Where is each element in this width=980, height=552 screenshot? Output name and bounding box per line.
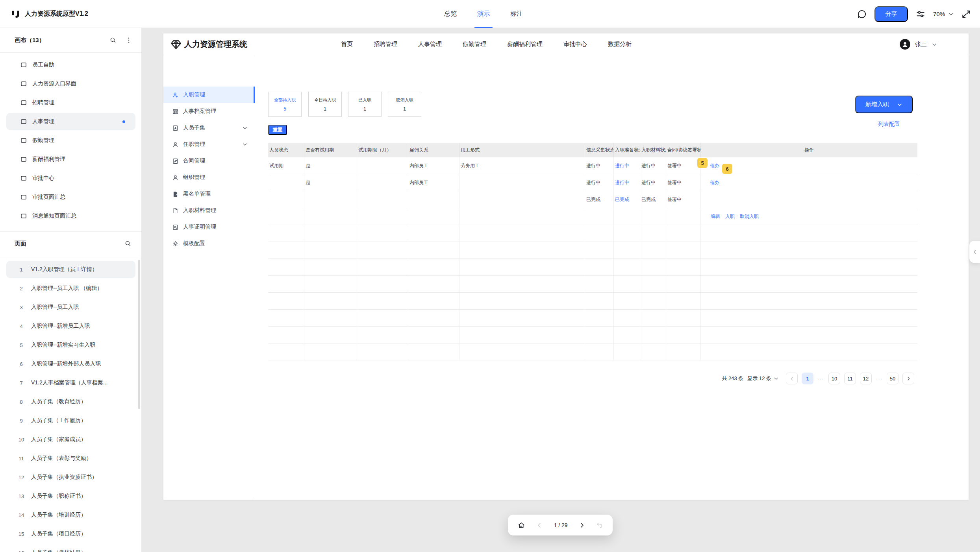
side-panel-toggle[interactable] [969,241,980,263]
page-button-50[interactable]: 50 [887,373,898,384]
proto-nav-item-6[interactable]: 审批中心 [563,41,587,48]
next-screen-icon[interactable] [579,522,585,528]
page-item-10[interactable]: 10 人员子集（家庭成员） [6,431,135,448]
table-cell [304,343,357,360]
prev-page-button[interactable] [786,373,798,384]
urge-link[interactable]: 催办 [710,157,719,174]
menu-item-5[interactable]: 合同管理 [163,153,255,169]
canvas-item-label: 审批页面汇总 [32,194,65,201]
page-item-12[interactable]: 12 人员子集（执业资质证书） [6,469,135,486]
page-item-2[interactable]: 2 入职管理--员工入职 （编辑） [6,280,135,297]
home-icon[interactable] [517,521,525,529]
proto-nav-item-1[interactable]: 首页 [341,41,353,48]
page-item-9[interactable]: 9 人员子集（工作履历） [6,412,135,429]
stat-card-onboarded[interactable]: 已入职 1 [348,92,382,117]
page-item-15[interactable]: 15 人员子集（项目经历） [6,525,135,543]
menu-item-3[interactable]: 人员子集 [163,120,255,136]
proto-nav-item-5[interactable]: 薪酬福利管理 [507,41,543,48]
page-item-6[interactable]: 6 入职管理--新增外部人员入职 [6,355,135,373]
table-cell[interactable]: 进行中 [614,157,640,174]
fullscreen-icon[interactable] [961,9,971,19]
search-icon[interactable] [109,37,117,44]
canvas-item-7[interactable]: 审批中心 [6,170,135,187]
page-item-8[interactable]: 8 人员子集（教育经历） [6,393,135,410]
table-cell [357,174,408,191]
table-cell [357,343,408,360]
action-link[interactable]: 取消入职 [740,213,759,220]
menu-item-4[interactable]: 任职管理 [163,136,255,153]
page-size-select[interactable]: 显示 12 条 [747,375,779,382]
tab-present[interactable]: 演示 [477,0,490,28]
tab-annotate[interactable]: 标注 [510,0,523,28]
table-cell [357,242,408,258]
restart-icon[interactable] [596,522,603,529]
page-button-1[interactable]: 1 [802,373,813,384]
canvas-item-2[interactable]: 人力资源入口界面 [6,75,135,92]
search-icon[interactable] [124,240,132,247]
page-item-1[interactable]: 1 V1.2入职管理（员工详情） [6,261,135,278]
user-menu[interactable]: 张三 [900,33,937,55]
table-cell: 进行中 [585,157,614,174]
canvas-item-5[interactable]: 假勤管理 [6,132,135,149]
page-number: 14 [17,512,26,518]
stat-card-cancelled[interactable]: 取消入职 1 [388,92,421,117]
menu-item-7[interactable]: 黑名单管理 [163,186,255,202]
doc-a-icon [172,125,179,131]
menu-item-6[interactable]: 组织管理 [163,169,255,186]
menu-item-1[interactable]: 入职管理 [163,87,255,103]
zoom-control[interactable]: 70% [933,11,954,17]
canvas-item-1[interactable]: 员工自助 [6,56,135,74]
table-body: 试用期是内部员工劳务用工进行中进行中进行中签署中5 催办 6是内部员工进行中进行… [268,157,917,360]
table-row [268,293,917,310]
list-config-link[interactable]: 列表配置 [878,121,900,128]
prev-screen-icon[interactable] [536,522,543,528]
top-bar-actions: 分享 70% [857,0,971,28]
stat-card-today-pending[interactable]: 今日待入职 1 [308,92,342,117]
action-link[interactable]: 入职 [725,213,735,220]
proto-nav-item-2[interactable]: 招聘管理 [374,41,397,48]
canvas-item-label: 审批中心 [32,175,54,182]
page-button-12[interactable]: 12 [860,373,872,384]
canvas-item-8[interactable]: 审批页面汇总 [6,188,135,206]
comment-icon[interactable] [857,9,867,19]
page-button-10[interactable]: 10 [828,373,840,384]
proto-nav-item-3[interactable]: 人事管理 [418,41,442,48]
table-cell [459,242,585,258]
table-cell[interactable]: 进行中 [614,174,640,191]
chevron-left-icon [789,376,795,381]
action-link[interactable]: 编辑 [711,213,720,220]
page-number: 10 [17,437,26,443]
add-onboarding-button[interactable]: 新增入职 [855,96,913,113]
comment-badge[interactable]: 5 [697,158,708,168]
page-item-4[interactable]: 4 入职管理--新增员工入职 [6,318,135,335]
page-item-16[interactable]: 16 人员子集（考核结果） [6,544,135,552]
panel-scrollbar[interactable] [138,260,140,409]
page-item-14[interactable]: 14 人员子集（培训经历） [6,506,135,524]
page-item-7[interactable]: 7 V1.2人事档案管理（人事档案... [6,374,135,391]
canvas-item-3[interactable]: 招聘管理 [6,94,135,111]
comment-badge[interactable]: 6 [722,164,732,174]
settings-sliders-icon[interactable] [915,9,926,19]
menu-item-8[interactable]: 入职材料管理 [163,202,255,219]
page-item-11[interactable]: 11 人员子集（表彰与奖励） [6,450,135,467]
canvas-item-6[interactable]: 薪酬福利管理 [6,151,135,168]
tab-overview[interactable]: 总览 [444,0,457,28]
canvas-item-4[interactable]: 人事管理 [6,113,135,130]
menu-item-9[interactable]: 人事证明管理 [163,219,255,235]
page-item-5[interactable]: 5 入职管理--新增实习生入职 [6,336,135,354]
more-kebab-icon[interactable] [125,37,132,44]
menu-item-10[interactable]: 模板配置 [163,235,255,252]
reset-button[interactable]: 重置 [268,125,287,135]
next-page-button[interactable] [902,373,914,384]
proto-nav-item-7[interactable]: 数据分析 [608,41,632,48]
canvas-item-9[interactable]: 消息通知页面汇总 [6,207,135,225]
stat-card-all-pending[interactable]: 全部待入职 5 [268,92,302,117]
proto-nav-item-4[interactable]: 假勤管理 [463,41,486,48]
urge-link[interactable]: 催办 [710,174,719,191]
page-item-13[interactable]: 13 人员子集（职称证书） [6,487,135,505]
table-cell[interactable]: 已完成 [614,191,640,208]
menu-item-2[interactable]: 人事档案管理 [163,103,255,120]
page-button-11[interactable]: 11 [844,373,856,384]
share-button[interactable]: 分享 [874,6,908,22]
page-item-3[interactable]: 3 入职管理--员工入职 [6,299,135,316]
